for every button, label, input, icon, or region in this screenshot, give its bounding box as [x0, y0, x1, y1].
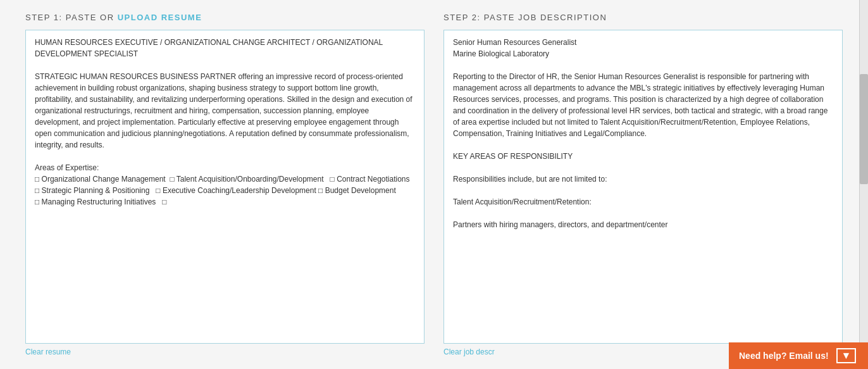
- help-label: Need help? Email us!: [739, 351, 829, 361]
- body-scrollbar-thumb[interactable]: [860, 74, 868, 185]
- step1-heading: STEP 1: PASTE or UPLOAD RESUME: [25, 13, 425, 22]
- step2-heading-text: STEP 2: PASTE JOB DESCRIPTION: [443, 13, 607, 22]
- main-container: STEP 1: PASTE or UPLOAD RESUME HUMAN RES…: [0, 0, 868, 369]
- help-banner[interactable]: Need help? Email us! ▼: [729, 342, 868, 369]
- step2-textarea[interactable]: Senior Human Resources Generalist Marine…: [444, 30, 842, 343]
- step2-textarea-wrapper: Senior Human Resources Generalist Marine…: [443, 30, 843, 344]
- upload-resume-link[interactable]: UPLOAD RESUME: [118, 13, 202, 22]
- step1-bottom-bar: Clear resume: [25, 347, 425, 356]
- step1-heading-plain: STEP 1: PASTE: [25, 13, 97, 22]
- step2-column: STEP 2: PASTE JOB DESCRIPTION Senior Hum…: [443, 13, 843, 356]
- body-scrollbar[interactable]: [859, 0, 868, 369]
- step1-column: STEP 1: PASTE or UPLOAD RESUME HUMAN RES…: [25, 13, 425, 356]
- step1-textarea-wrapper: HUMAN RESOURCES EXECUTIVE / ORGANIZATION…: [25, 30, 425, 344]
- help-chevron: ▼: [836, 348, 857, 363]
- step2-heading: STEP 2: PASTE JOB DESCRIPTION: [443, 13, 843, 22]
- clear-resume-link[interactable]: Clear resume: [25, 347, 71, 356]
- clear-job-desc-link[interactable]: Clear job descr: [443, 347, 495, 356]
- step1-textarea[interactable]: HUMAN RESOURCES EXECUTIVE / ORGANIZATION…: [26, 30, 424, 343]
- step1-heading-or: or: [100, 13, 115, 22]
